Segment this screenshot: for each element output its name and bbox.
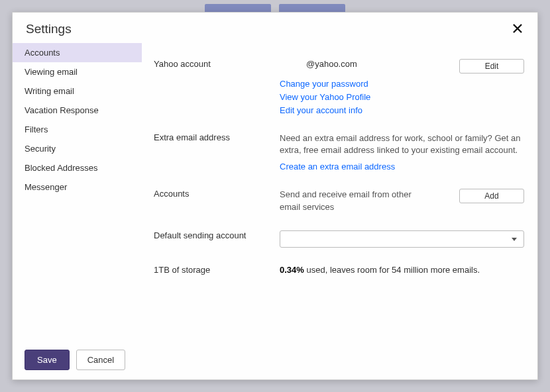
sidebar-item-writing-email[interactable]: Writing email xyxy=(13,81,142,101)
sidebar-item-accounts[interactable]: Accounts xyxy=(13,43,142,62)
extra-email-desc: Need an extra email address for work, sc… xyxy=(280,132,524,156)
storage-percent: 0.34% xyxy=(280,265,304,275)
accounts-desc: Send and receive email from other email … xyxy=(280,189,432,213)
edit-account-info-link[interactable]: Edit your account info xyxy=(280,105,453,115)
settings-modal: Settings Accounts Viewing email Writing … xyxy=(12,12,538,380)
add-button[interactable]: Add xyxy=(459,189,524,203)
close-icon[interactable] xyxy=(511,22,524,35)
modal-title: Settings xyxy=(26,22,72,36)
view-profile-link[interactable]: View your Yahoo Profile xyxy=(280,92,453,102)
edit-button[interactable]: Edit xyxy=(459,59,524,74)
save-button[interactable]: Save xyxy=(25,350,70,370)
sidebar-item-filters[interactable]: Filters xyxy=(13,120,142,139)
create-extra-email-link[interactable]: Create an extra email address xyxy=(280,162,524,172)
yahoo-account-email: @yahoo.com xyxy=(280,59,453,69)
sidebar-item-viewing-email[interactable]: Viewing email xyxy=(13,62,142,81)
default-sending-label: Default sending account xyxy=(154,230,280,240)
sidebar-item-vacation-response[interactable]: Vacation Response xyxy=(13,101,142,120)
accounts-label: Accounts xyxy=(154,189,280,199)
change-password-link[interactable]: Change your password xyxy=(280,79,453,89)
sidebar: Accounts Viewing email Writing email Vac… xyxy=(13,43,142,340)
yahoo-account-label: Yahoo account xyxy=(154,59,280,69)
cancel-button[interactable]: Cancel xyxy=(76,350,125,370)
default-sending-select[interactable] xyxy=(280,230,524,248)
modal-footer: Save Cancel xyxy=(13,340,537,379)
storage-text: 0.34% used, leaves room for 54 million m… xyxy=(280,265,480,275)
sidebar-item-blocked-addresses[interactable]: Blocked Addresses xyxy=(13,158,142,177)
sidebar-item-security[interactable]: Security xyxy=(13,139,142,158)
sidebar-item-messenger[interactable]: Messenger xyxy=(13,177,142,197)
storage-label: 1TB of storage xyxy=(154,265,280,275)
modal-header: Settings xyxy=(13,13,537,43)
content-panel: Yahoo account @yahoo.com Change your pas… xyxy=(142,43,537,340)
storage-rest: used, leaves room for 54 million more em… xyxy=(304,265,480,275)
extra-email-label: Extra email address xyxy=(154,132,280,142)
